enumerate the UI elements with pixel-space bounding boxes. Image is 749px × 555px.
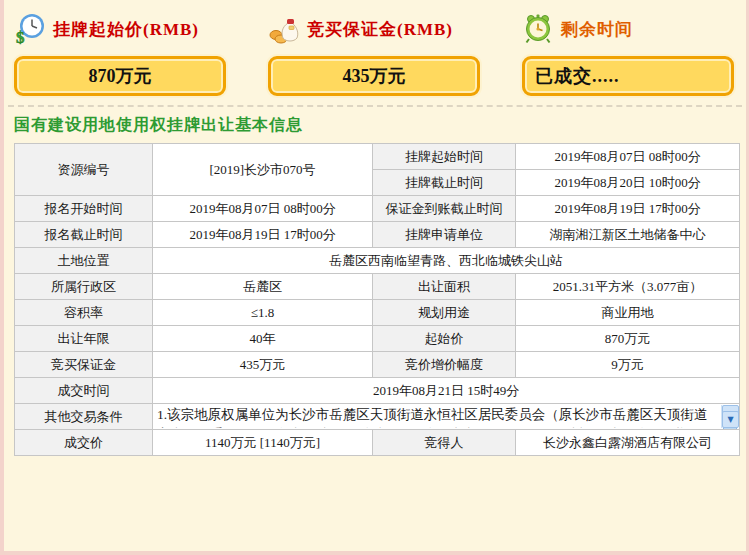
price-clock-icon: $	[14, 13, 46, 45]
area-value: 2051.31平方米（3.077亩）	[516, 274, 740, 300]
listing-start-label: 挂牌起始时间	[373, 144, 516, 170]
signup-start-value: 2019年08月07日 08时00分	[153, 196, 373, 222]
svg-text:$: $	[16, 28, 25, 45]
deposit-deadline-value: 2019年08月19日 17时00分	[516, 196, 740, 222]
bid-deposit-value: 435万元	[153, 352, 373, 378]
deal-time-label: 成交时间	[15, 378, 153, 404]
stats-bar: $ 挂牌起始价(RMB) 870万元 竞买保证金(RMB	[4, 0, 746, 96]
conditions-scrollbar[interactable]: ▲ ▼	[721, 405, 738, 428]
term-label: 出让年限	[15, 326, 153, 352]
table-row: 容积率 ≤1.8 规划用途 商业用地	[15, 300, 740, 326]
usage-label: 规划用途	[373, 300, 516, 326]
stat-deposit-value: 435万元	[268, 56, 480, 96]
district-label: 所属行政区	[15, 274, 153, 300]
signup-start-label: 报名开始时间	[15, 196, 153, 222]
stat-remaining-time-label: 剩余时间	[561, 18, 633, 41]
table-row: 所属行政区 岳麓区 出让面积 2051.31平方米（3.077亩）	[15, 274, 740, 300]
winner-value: 长沙永鑫白露湖酒店有限公司	[516, 430, 740, 456]
term-value: 40年	[153, 326, 373, 352]
stat-deposit: 竞买保证金(RMB) 435万元	[268, 10, 480, 96]
alarm-clock-icon	[522, 13, 554, 45]
stat-remaining-time: 剩余时间 已成交.....	[522, 10, 734, 96]
district-value: 岳麓区	[153, 274, 373, 300]
stat-start-price-header: $ 挂牌起始价(RMB)	[14, 10, 226, 48]
resource-no-value: [2019]长沙市070号	[153, 144, 373, 196]
table-row: 资源编号 [2019]长沙市070号 挂牌起始时间 2019年08月07日 08…	[15, 144, 740, 170]
start-price-value: 870万元	[516, 326, 740, 352]
stat-remaining-time-value: 已成交.....	[522, 56, 734, 96]
stat-deposit-header: 竞买保证金(RMB)	[268, 10, 480, 48]
stat-deposit-label: 竞买保证金(RMB)	[307, 18, 453, 41]
other-conditions-cell: 1.该宗地原权属单位为长沙市岳麓区天顶街道永恒社区居民委员会（原长沙市岳麓区天顶…	[153, 404, 740, 430]
bid-deposit-label: 竞买保证金	[15, 352, 153, 378]
listing-start-value: 2019年08月07日 08时00分	[516, 144, 740, 170]
plot-ratio-value: ≤1.8	[153, 300, 373, 326]
listing-end-value: 2019年08月20日 10时00分	[516, 170, 740, 196]
table-row: 竞买保证金 435万元 竞价增价幅度 9万元	[15, 352, 740, 378]
location-label: 土地位置	[15, 248, 153, 274]
signup-end-value: 2019年08月19日 17时00分	[153, 222, 373, 248]
deal-price-value: 1140万元 [1140万元]	[153, 430, 373, 456]
listing-end-label: 挂牌截止时间	[373, 170, 516, 196]
table-row: 出让年限 40年 起始价 870万元	[15, 326, 740, 352]
applicant-label: 挂牌申请单位	[373, 222, 516, 248]
money-bag-icon	[268, 13, 300, 45]
signup-end-label: 报名截止时间	[15, 222, 153, 248]
applicant-value: 湖南湘江新区土地储备中心	[516, 222, 740, 248]
table-row: 报名开始时间 2019年08月07日 08时00分 保证金到账截止时间 2019…	[15, 196, 740, 222]
table-row: 成交时间 2019年08月21日 15时49分	[15, 378, 740, 404]
section-title: 国有建设用地使用权挂牌出让基本信息	[4, 107, 746, 143]
deal-price-label: 成交价	[15, 430, 153, 456]
stat-start-price-label: 挂牌起始价(RMB)	[53, 18, 199, 41]
winner-label: 竞得人	[373, 430, 516, 456]
location-value: 岳麓区西南临望青路、西北临城铁尖山站	[153, 248, 740, 274]
listing-info-table: 资源编号 [2019]长沙市070号 挂牌起始时间 2019年08月07日 08…	[14, 143, 740, 456]
deal-time-value: 2019年08月21日 15时49分	[153, 378, 740, 404]
table-row: 成交价 1140万元 [1140万元] 竞得人 长沙永鑫白露湖酒店有限公司	[15, 430, 740, 456]
deposit-deadline-label: 保证金到账截止时间	[373, 196, 516, 222]
stat-start-price-value: 870万元	[14, 56, 226, 96]
stat-remaining-time-header: 剩余时间	[522, 10, 734, 48]
start-price-label: 起始价	[373, 326, 516, 352]
increment-value: 9万元	[516, 352, 740, 378]
scroll-down-icon[interactable]: ▼	[722, 411, 739, 428]
other-conditions-text[interactable]: 1.该宗地原权属单位为长沙市岳麓区天顶街道永恒社区居民委员会（原长沙市岳麓区天顶…	[157, 405, 718, 428]
usage-value: 商业用地	[516, 300, 740, 326]
stat-start-price: $ 挂牌起始价(RMB) 870万元	[14, 10, 226, 96]
plot-ratio-label: 容积率	[15, 300, 153, 326]
resource-no-label: 资源编号	[15, 144, 153, 196]
land-listing-page: $ 挂牌起始价(RMB) 870万元 竞买保证金(RMB	[0, 0, 749, 555]
other-conditions-label: 其他交易条件	[15, 404, 153, 430]
table-row: 土地位置 岳麓区西南临望青路、西北临城铁尖山站	[15, 248, 740, 274]
increment-label: 竞价增价幅度	[373, 352, 516, 378]
table-row: 报名截止时间 2019年08月19日 17时00分 挂牌申请单位 湖南湘江新区土…	[15, 222, 740, 248]
area-label: 出让面积	[373, 274, 516, 300]
table-row: 其他交易条件 1.该宗地原权属单位为长沙市岳麓区天顶街道永恒社区居民委员会（原长…	[15, 404, 740, 430]
condition-paragraph: 1.该宗地原权属单位为长沙市岳麓区天顶街道永恒社区居民委员会（原长沙市岳麓区天顶…	[157, 405, 718, 428]
